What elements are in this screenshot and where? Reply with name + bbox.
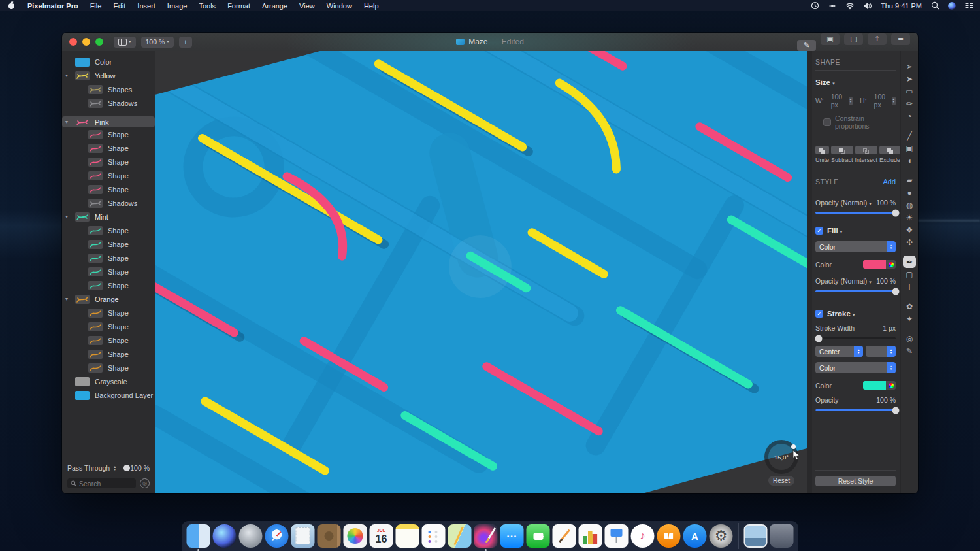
- layer-row-shape[interactable]: Shape: [62, 127, 155, 141]
- dock-icon-numbers[interactable]: [579, 522, 602, 550]
- zoom-window-button[interactable]: [95, 38, 103, 46]
- view-options-button[interactable]: ▾: [114, 37, 136, 48]
- layer-row-shape[interactable]: Shape: [62, 306, 155, 320]
- layer-row-background-layer[interactable]: Background Layer: [62, 388, 155, 402]
- dock-icon-pixelmator-pro[interactable]: [474, 522, 498, 550]
- layer-row-shape[interactable]: Shape: [62, 278, 155, 292]
- menu-item-format[interactable]: Format: [221, 2, 256, 10]
- dock-icon-launchpad[interactable]: [239, 522, 263, 550]
- stroke-line-style-select[interactable]: ▲▼: [866, 346, 896, 357]
- subtract-button[interactable]: Subtract: [831, 146, 853, 163]
- dock-icon-mail[interactable]: [291, 522, 315, 550]
- layer-row-shape[interactable]: Shape: [62, 333, 155, 347]
- dock-icon-siri[interactable]: [213, 522, 237, 550]
- crop-button[interactable]: ▣: [821, 33, 840, 45]
- dock-icon-pages[interactable]: [553, 522, 576, 550]
- layer-row-mint[interactable]: ▾Mint: [62, 210, 155, 224]
- add-button[interactable]: +: [179, 37, 192, 48]
- retouch-tool-icon[interactable]: ✿: [903, 300, 916, 312]
- time-machine-icon[interactable]: [810, 1, 819, 10]
- disclosure-triangle-icon[interactable]: ▾: [65, 296, 68, 302]
- layer-row-shape[interactable]: Shape: [62, 169, 155, 182]
- rotation-dial-handle[interactable]: [791, 444, 796, 449]
- menu-item-pixelmator-pro[interactable]: Pixelmator Pro: [22, 2, 84, 10]
- layer-row-shape[interactable]: Shape: [62, 320, 155, 333]
- eyedropper-tool-icon[interactable]: ✎: [903, 344, 916, 357]
- blur-tool-icon[interactable]: ◍: [903, 199, 916, 211]
- menu-item-image[interactable]: Image: [161, 2, 193, 10]
- layer-row-shape[interactable]: Shape: [62, 361, 155, 375]
- clone-tool-icon[interactable]: ▣: [903, 142, 916, 154]
- width-field[interactable]: 100 px: [831, 93, 845, 109]
- fill-opacity-dropdown[interactable]: Opacity (Normal) ▾: [815, 277, 872, 285]
- dock-icon-facetime[interactable]: [527, 522, 550, 550]
- layer-row-shape[interactable]: Shape: [62, 155, 155, 169]
- stroke-checkbox[interactable]: ✓: [815, 310, 823, 318]
- height-field[interactable]: 100 px: [874, 93, 889, 109]
- dock-icon-notes[interactable]: [396, 522, 419, 550]
- layer-row-shape[interactable]: Shape: [62, 182, 155, 196]
- disclosure-triangle-icon[interactable]: ▾: [65, 214, 68, 220]
- layer-filter-button[interactable]: ◎: [140, 478, 150, 488]
- fill-color-swatch[interactable]: [863, 260, 896, 269]
- unite-button[interactable]: Unite: [815, 146, 829, 163]
- dock-icon-finder[interactable]: [187, 522, 210, 550]
- stroke-type-select[interactable]: Color ▲▼: [815, 362, 896, 373]
- fill-type-select[interactable]: Color ▲▼: [815, 241, 896, 252]
- layer-row-shape[interactable]: Shape: [62, 265, 155, 278]
- dock-icon-maps[interactable]: [448, 522, 472, 550]
- zoom-tool-icon[interactable]: ◎: [903, 332, 916, 344]
- blend-mode-stepper-icon[interactable]: ▲▼: [113, 465, 116, 471]
- close-button[interactable]: [69, 38, 77, 46]
- layer-opacity-dropdown[interactable]: Opacity (Normal) ▾: [815, 199, 872, 207]
- title-bar[interactable]: ▾ 100 %▾ + Maze — Edited ✎▣▢↥≣: [62, 33, 918, 52]
- fill-label[interactable]: Fill ▾: [827, 227, 842, 235]
- layers-search-input[interactable]: Search: [67, 478, 136, 488]
- stroke-opacity-slider[interactable]: [815, 409, 896, 411]
- layer-row-shadows[interactable]: Shadows: [62, 196, 155, 210]
- eraser-tool-icon[interactable]: ◖: [903, 154, 916, 167]
- size-label[interactable]: Size ▾: [815, 78, 896, 86]
- menu-bar-clock[interactable]: Thu 9:41 PM: [881, 2, 922, 10]
- notification-center-icon[interactable]: [964, 1, 973, 10]
- dock-icon-system-preferences[interactable]: ⚙: [710, 522, 733, 550]
- effects-tool-icon[interactable]: ✦: [903, 312, 916, 325]
- color-picker-well[interactable]: [886, 381, 896, 390]
- menu-item-view[interactable]: View: [293, 2, 321, 10]
- layer-row-pink[interactable]: ▾Pink: [62, 116, 155, 127]
- volume-icon[interactable]: [863, 1, 872, 10]
- layer-opacity-slider[interactable]: [815, 212, 896, 214]
- dock-icon-image-file[interactable]: [744, 522, 768, 550]
- menu-item-edit[interactable]: Edit: [107, 2, 131, 10]
- layer-row-shape[interactable]: Shape: [62, 251, 155, 265]
- status-menu-icon[interactable]: [828, 1, 837, 10]
- constrain-checkbox[interactable]: ✓: [823, 118, 831, 126]
- layer-row-grayscale[interactable]: Grayscale: [62, 375, 155, 388]
- type-tool-icon[interactable]: T: [903, 280, 916, 293]
- smudge-tool-icon[interactable]: ❖: [903, 224, 916, 236]
- layer-row-orange[interactable]: ▾Orange: [62, 292, 155, 306]
- disclosure-triangle-icon[interactable]: ▾: [65, 119, 68, 125]
- shape-tool-icon[interactable]: ▢: [903, 268, 916, 280]
- heal-tool-icon[interactable]: ▰: [903, 174, 916, 186]
- stroke-label[interactable]: Stroke ▾: [827, 310, 855, 318]
- menu-item-insert[interactable]: Insert: [131, 2, 161, 10]
- sponge-tool-icon[interactable]: ●: [903, 186, 916, 199]
- fill-checkbox[interactable]: ✓: [815, 227, 823, 235]
- dock-icon-safari[interactable]: [265, 522, 289, 550]
- dock-icon-books[interactable]: [657, 522, 681, 550]
- dock-icon-photos[interactable]: [344, 522, 367, 550]
- layer-row-shape[interactable]: Shape: [62, 141, 155, 155]
- format-panel-button[interactable]: ≣: [891, 33, 910, 45]
- disclosure-triangle-icon[interactable]: ▾: [65, 73, 68, 78]
- dock-icon-trash[interactable]: [770, 522, 794, 550]
- stroke-color-swatch[interactable]: [863, 381, 896, 390]
- siri-icon[interactable]: [948, 2, 956, 10]
- dock-icon-app-store[interactable]: A: [683, 522, 707, 550]
- spotlight-icon[interactable]: [930, 1, 939, 10]
- layer-row-yellow[interactable]: ▾Yellow: [62, 69, 155, 82]
- move-tool-icon[interactable]: ➤: [903, 73, 916, 85]
- height-stepper[interactable]: ▲▼: [892, 97, 896, 105]
- menu-item-arrange[interactable]: Arrange: [256, 2, 293, 10]
- layer-row-shapes[interactable]: Shapes: [62, 82, 155, 96]
